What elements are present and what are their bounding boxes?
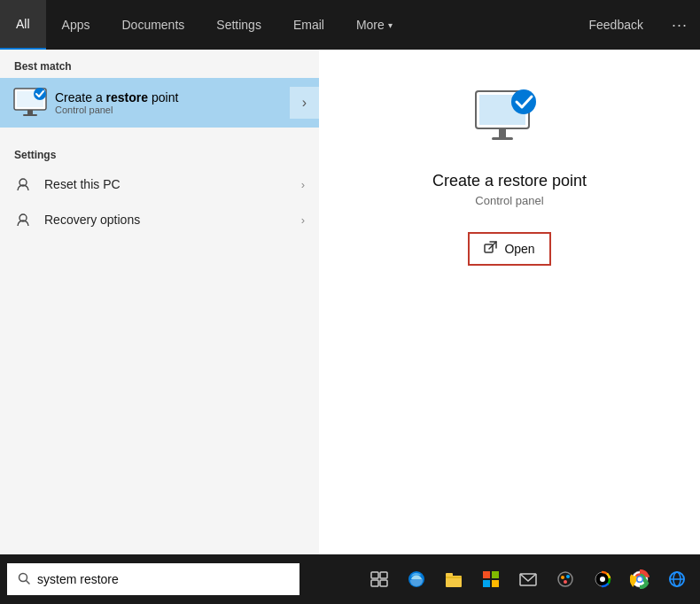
nav-item-more[interactable]: More ▾ [340, 0, 408, 50]
paint-icon[interactable] [587, 563, 618, 595]
file-explorer-icon[interactable] [438, 563, 470, 595]
settings-item-recovery-label: Recovery options [44, 213, 301, 227]
right-title: Create a restore point [432, 172, 587, 190]
taskbar [0, 554, 700, 604]
nav-label-email: Email [293, 18, 324, 32]
photos-icon[interactable] [549, 563, 581, 595]
top-nav: All Apps Documents Settings Email More ▾… [0, 0, 700, 50]
svg-rect-17 [380, 572, 387, 578]
settings-section: Settings Reset this PC › [0, 129, 319, 246]
mail-icon[interactable] [512, 563, 544, 595]
settings-item-recovery[interactable]: Recovery options › [0, 202, 319, 237]
svg-point-37 [638, 577, 642, 582]
svg-point-30 [566, 575, 570, 578]
svg-rect-22 [446, 573, 453, 577]
nav-label-settings: Settings [216, 18, 261, 32]
taskbar-icons [363, 563, 693, 595]
taskview-icon[interactable] [363, 563, 395, 595]
nav-item-settings[interactable]: Settings [200, 0, 277, 50]
svg-rect-23 [483, 571, 490, 578]
open-label: Open [504, 242, 534, 256]
more-chevron-icon: ▾ [388, 20, 393, 30]
best-match-item[interactable]: Create a restore point Control panel › [0, 78, 319, 128]
recovery-icon [14, 211, 32, 228]
nav-item-apps[interactable]: Apps [46, 0, 106, 50]
nav-item-all[interactable]: All [0, 0, 46, 50]
best-match-subtitle: Control panel [55, 105, 290, 115]
svg-point-28 [558, 572, 572, 586]
svg-rect-25 [483, 580, 490, 587]
svg-point-29 [561, 576, 564, 579]
store-icon[interactable] [475, 563, 507, 595]
chrome-icon[interactable] [624, 563, 656, 595]
search-icon [18, 572, 30, 587]
nav-more-options-button[interactable]: ··· [659, 0, 700, 50]
nav-feedback-label: Feedback [589, 18, 643, 32]
main-content: Best match Cre [0, 50, 700, 554]
open-button[interactable]: Open [468, 232, 550, 266]
svg-rect-24 [492, 571, 499, 578]
settings-section-label: Settings [0, 138, 319, 166]
svg-line-15 [27, 580, 30, 584]
nav-label-more: More [356, 18, 385, 32]
svg-rect-18 [371, 580, 378, 586]
reset-pc-icon [14, 175, 32, 193]
svg-point-31 [564, 580, 567, 584]
svg-rect-16 [371, 572, 378, 578]
nav-feedback-button[interactable]: Feedback [573, 0, 659, 50]
settings-item-recovery-arrow: › [301, 213, 305, 227]
nav-item-documents[interactable]: Documents [105, 0, 200, 50]
svg-rect-26 [492, 580, 499, 587]
right-subtitle: Control panel [475, 194, 543, 207]
svg-rect-3 [23, 114, 37, 116]
left-panel: Best match Cre [0, 50, 319, 554]
search-input[interactable] [37, 572, 289, 586]
open-external-icon [484, 241, 497, 257]
nav-item-email[interactable]: Email [277, 0, 340, 50]
svg-point-33 [600, 577, 605, 582]
restore-point-icon [12, 87, 44, 119]
nav-label-all: All [16, 17, 30, 31]
search-bar [7, 563, 299, 595]
svg-rect-19 [380, 580, 387, 586]
nav-dots-icon: ··· [672, 16, 688, 35]
ie-icon[interactable] [661, 563, 693, 595]
settings-item-reset-label: Reset this PC [44, 177, 301, 191]
settings-item-reset-arrow: › [301, 178, 305, 191]
right-app-icon [470, 85, 549, 156]
right-panel: Create a restore point Control panel Ope… [319, 50, 700, 554]
edge-icon[interactable] [401, 563, 432, 595]
right-title-text: Create a restore point [432, 172, 587, 190]
svg-rect-2 [27, 110, 33, 114]
best-match-text: Create a restore point Control panel [55, 90, 290, 115]
best-match-label: Best match [0, 50, 319, 78]
best-match-arrow-icon: › [290, 87, 319, 119]
svg-rect-9 [499, 128, 506, 137]
nav-label-apps: Apps [62, 18, 90, 32]
nav-label-documents: Documents [121, 18, 184, 32]
settings-item-reset-pc[interactable]: Reset this PC › [0, 166, 319, 202]
svg-rect-10 [492, 137, 513, 140]
svg-point-11 [511, 89, 536, 114]
best-match-title: Create a restore point [55, 90, 290, 105]
